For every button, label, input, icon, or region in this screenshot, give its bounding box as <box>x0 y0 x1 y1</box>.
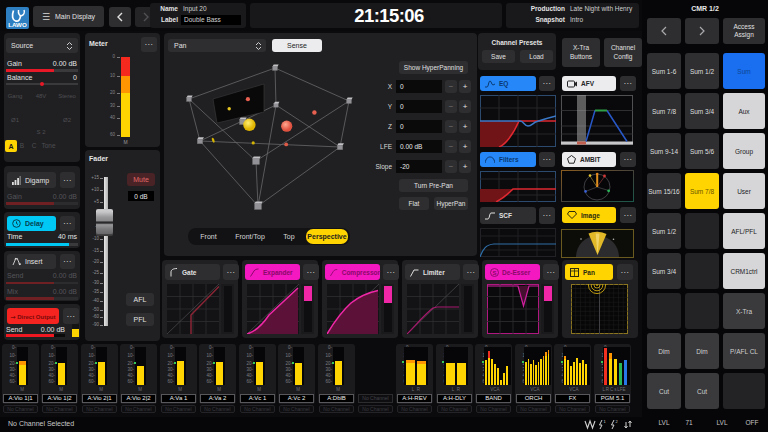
svg-text:1: 1 <box>604 419 607 424</box>
svg-text:S: S <box>492 269 496 275</box>
svg-text:2: 2 <box>616 419 619 424</box>
svg-text:LAWO: LAWO <box>8 21 27 28</box>
